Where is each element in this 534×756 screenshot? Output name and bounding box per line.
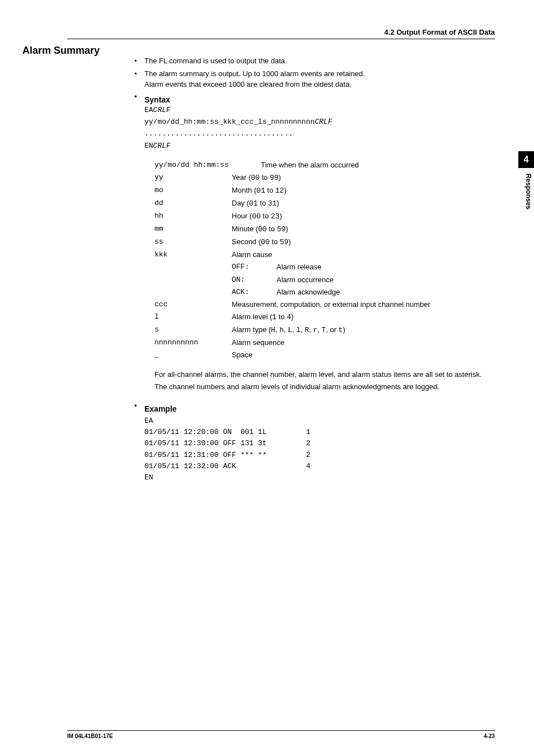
def-val: Year (00 to 99): [232, 171, 495, 184]
def-row-mo: mo Month (01 to 12): [154, 184, 495, 197]
bullet-1-text: The FL command is used to output the dat…: [144, 55, 495, 67]
chapter-label: Responses: [524, 174, 532, 209]
def-val: ACK: Alarm acknowledge: [232, 286, 495, 298]
bullet-2: • The alarm summary is output. Up to 100…: [134, 68, 495, 90]
syntax-crlf: CRLF: [153, 106, 171, 114]
sub-key: ACK:: [232, 286, 277, 298]
def-row-ccc: ccc Measurement, computation, or externa…: [154, 298, 495, 311]
page-footer: IM 04L41B01-17E 4-23: [67, 730, 495, 739]
def-val: Minute (00 to 59): [232, 223, 495, 236]
def-key: _: [154, 349, 232, 361]
def-val: Alarm sequence: [232, 337, 495, 349]
def-val: Measurement, computation, or external in…: [232, 298, 495, 311]
syntax-dots: ..................................: [144, 128, 495, 140]
content-body: • The FL command is used to output the d…: [134, 55, 495, 483]
def-row-kkk-ack: ACK: Alarm acknowledge: [154, 286, 495, 298]
syntax-line-1: EA: [144, 106, 153, 114]
def-row-time: yy/mo/dd hh:mm:ss Time when the alarm oc…: [154, 159, 495, 171]
section-title: Alarm Summary: [22, 45, 495, 57]
sub-key: ON:: [232, 274, 277, 286]
def-val: Time when the alarm occurred: [261, 159, 495, 171]
def-key: l: [154, 311, 232, 324]
def-key: ccc: [154, 298, 232, 311]
chapter-tab: 4: [518, 151, 534, 168]
def-key-blank: [154, 286, 232, 298]
def-val: Alarm cause: [232, 249, 495, 261]
def-key: dd: [154, 197, 232, 210]
sub-val: Alarm release: [277, 261, 321, 273]
def-row-kkk-on: ON: Alarm occurrence: [154, 274, 495, 286]
syntax-crlf: CRLF: [153, 142, 171, 150]
def-key: hh: [154, 210, 232, 223]
def-key: yy/mo/dd hh:mm:ss: [154, 159, 261, 171]
def-row-s: s Alarm type (H, h, L, l, R, r, T, or t): [154, 324, 495, 337]
def-val: ON: Alarm occurrence: [232, 274, 495, 286]
def-val: Month (01 to 12): [232, 184, 495, 197]
def-val: Hour (00 to 23): [232, 210, 495, 223]
footer-right: 4-23: [484, 733, 495, 739]
header-rule: 4.2 Output Format of ASCII Data: [67, 28, 495, 39]
def-row-mm: mm Minute (00 to 59): [154, 223, 495, 236]
def-key-blank: [154, 261, 232, 273]
def-row-space: _ Space: [154, 349, 495, 361]
sub-val: Alarm acknowledge: [277, 286, 340, 298]
sub-val: Alarm occurrence: [277, 274, 334, 286]
def-val: OFF: Alarm release: [232, 261, 495, 273]
def-row-yy: yy Year (00 to 99): [154, 171, 495, 184]
header-section: 4.2 Output Format of ASCII Data: [385, 28, 495, 36]
def-key-blank: [154, 274, 232, 286]
syntax-block: EACRLF yy/mo/dd_hh:mm:ss_kkk_ccc_ls_nnnn…: [144, 104, 495, 152]
definition-table: yy/mo/dd hh:mm:ss Time when the alarm oc…: [154, 159, 495, 362]
def-row-ss: ss Second (00 to 59): [154, 236, 495, 249]
footer-left: IM 04L41B01-17E: [67, 733, 113, 739]
def-val: Second (00 to 59): [232, 236, 495, 249]
def-row-kkk: kkk Alarm cause: [154, 249, 495, 261]
def-row-n: nnnnnnnnnn Alarm sequence: [154, 337, 495, 349]
syntax-heading: Syntax: [144, 95, 170, 104]
bullet-2-text: The alarm summary is output. Up to 1000 …: [144, 68, 495, 90]
def-key: kkk: [154, 249, 232, 261]
sub-key: OFF:: [232, 261, 277, 273]
chapter-number: 4: [524, 155, 529, 165]
note-para-1: For all-channel alarms, the channel numb…: [154, 369, 495, 380]
def-val: Alarm type (H, h, L, l, R, r, T, or t): [232, 324, 495, 337]
example-heading-row: • Example: [134, 401, 495, 413]
def-key: s: [154, 324, 232, 337]
bullet-dot: •: [134, 55, 144, 67]
bullet-1: • The FL command is used to output the d…: [134, 55, 495, 67]
def-val: Alarm level (1 to 4): [232, 311, 495, 324]
def-key: ss: [154, 236, 232, 249]
def-key: yy: [154, 171, 232, 184]
example-heading: Example: [144, 404, 177, 413]
bullet-dot-bold: •: [134, 401, 144, 413]
def-key: mo: [154, 184, 232, 197]
bullet-dot: •: [134, 68, 144, 90]
bullet-dot-bold: •: [134, 92, 144, 104]
syntax-line-3: EN: [144, 142, 153, 150]
note-para-2: The channel numbers and alarm levels of …: [154, 381, 495, 393]
def-row-dd: dd Day (01 to 31): [154, 197, 495, 210]
def-val: Day (01 to 31): [232, 197, 495, 210]
def-row-hh: hh Hour (00 to 23): [154, 210, 495, 223]
def-key: nnnnnnnnnn: [154, 337, 232, 349]
def-val: Space: [232, 349, 495, 361]
syntax-crlf: CRLF: [315, 118, 332, 126]
def-key: mm: [154, 223, 232, 236]
def-row-kkk-off: OFF: Alarm release: [154, 261, 495, 273]
def-row-l: l Alarm level (1 to 4): [154, 311, 495, 324]
example-block: EA 01/05/11 12:20:00 ON 001 1L 1 01/05/1…: [144, 416, 495, 483]
syntax-heading-row: • Syntax: [134, 92, 495, 104]
syntax-line-2: yy/mo/dd_hh:mm:ss_kkk_ccc_ls_nnnnnnnnnn: [144, 118, 315, 126]
